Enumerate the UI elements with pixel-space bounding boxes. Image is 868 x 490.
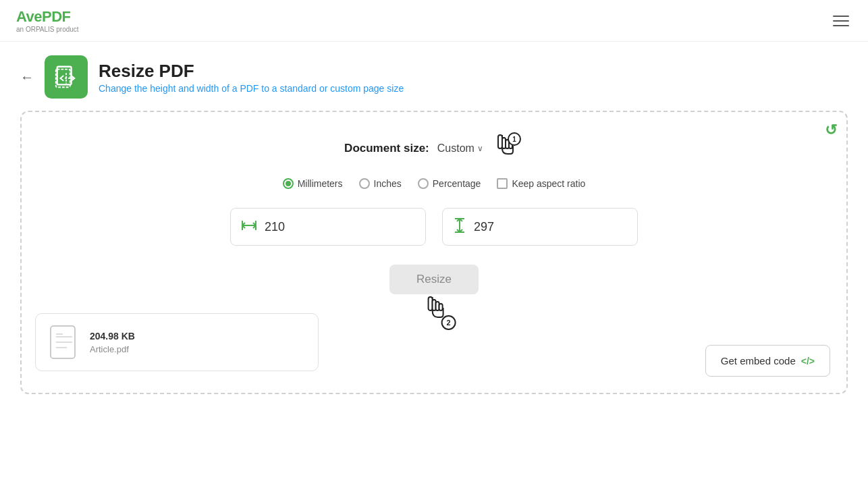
logo: AvePDF an ORPALIS product [16,8,79,33]
radio-inches[interactable]: Inches [359,178,402,189]
svg-text:1: 1 [512,136,516,143]
height-input-wrapper [442,208,638,246]
header: AvePDF an ORPALIS product [0,0,868,42]
embed-code-button[interactable]: Get embed code </> [705,345,830,377]
hamburger-line-3 [833,25,849,26]
file-icon [49,325,79,360]
svg-rect-19 [439,304,443,310]
file-meta: 204.98 KB Article.pdf [90,331,135,354]
hamburger-line-1 [833,16,849,17]
tool-header: Resize PDF Change the height and width o… [45,55,404,99]
height-field[interactable] [474,220,626,234]
file-size: 204.98 KB [90,331,135,342]
radio-inches-label: Inches [374,178,402,189]
logo-ave: Ave [16,8,42,25]
top-row: ← Resize PDF Change the height and width… [20,55,848,99]
radio-dot-mm [283,178,294,189]
page-title: Resize PDF [99,61,404,82]
cursor-hand-icon-2: 2 [425,294,457,333]
logo-title: AvePDF [16,8,79,26]
radio-mm-label: Millimeters [298,178,343,189]
width-field[interactable] [265,220,414,234]
radio-dot-pct [418,178,429,189]
checkbox-box [497,178,508,189]
width-input-wrapper [230,208,426,246]
document-size-row: Document size: Custom ∨ 1 [35,132,833,165]
resize-pdf-icon [53,64,79,90]
radio-pct-label: Percentage [433,178,481,189]
width-icon [242,219,256,235]
size-dropdown[interactable]: Custom ∨ [437,142,483,155]
dropdown-arrow: ∨ [477,144,483,153]
hamburger-menu[interactable] [830,13,852,29]
radio-row: Millimeters Inches Percentage Keep aspec… [35,178,833,189]
cursor-hand-icon-1: 1 [491,132,524,165]
page-content: ← Resize PDF Change the height and width… [0,42,868,408]
height-icon [454,218,466,236]
file-name: Article.pdf [90,344,135,354]
document-size-label: Document size: [344,142,429,155]
page-description: Change the height and width of a PDF to … [99,83,404,94]
keep-aspect-ratio-checkbox[interactable]: Keep aspect ratio [497,178,585,189]
logo-pdf: PDF [42,8,71,25]
back-button[interactable]: ← [20,70,34,85]
radio-percentage[interactable]: Percentage [418,178,481,189]
embed-code-tag: </> [801,356,815,366]
svg-text:2: 2 [447,319,451,327]
reset-button[interactable]: ↺ [825,121,837,139]
radio-dot-inches [359,178,370,189]
embed-code-label: Get embed code [721,355,796,366]
tool-title-area: Resize PDF Change the height and width o… [99,61,404,94]
radio-millimeters[interactable]: Millimeters [283,178,343,189]
resize-button-wrap: Resize 2 [35,265,833,294]
tool-area: ↺ Document size: Custom ∨ [20,111,848,394]
resize-button[interactable]: Resize [389,265,479,294]
size-selected-value: Custom [437,142,474,155]
tool-icon-wrap [45,55,88,99]
checkbox-label: Keep aspect ratio [512,178,585,189]
logo-subtitle: an ORPALIS product [16,26,79,33]
file-card: 204.98 KB Article.pdf [35,313,319,371]
hamburger-line-2 [833,20,849,22]
inputs-row [35,208,833,246]
